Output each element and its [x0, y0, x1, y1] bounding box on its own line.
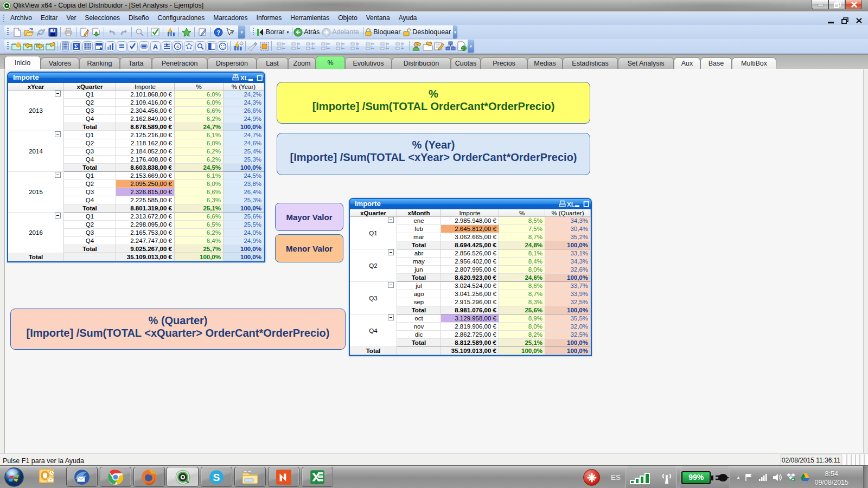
svg-text:XL: XL: [567, 201, 575, 208]
svg-text:S: S: [213, 472, 220, 483]
svg-text:6: 6: [177, 44, 180, 49]
svg-text:XL: XL: [240, 75, 248, 81]
svg-text:?: ?: [216, 29, 220, 35]
svg-text:?: ?: [230, 29, 234, 35]
svg-text:A: A: [153, 42, 158, 50]
svg-text:Σ: Σ: [74, 43, 79, 50]
